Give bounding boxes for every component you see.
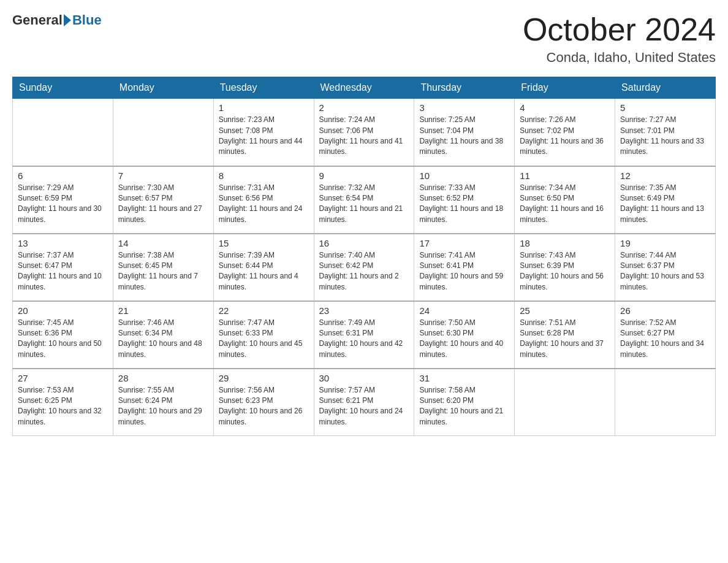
day-info: Sunrise: 7:52 AMSunset: 6:27 PMDaylight:… xyxy=(620,318,710,361)
table-row: 13Sunrise: 7:37 AMSunset: 6:47 PMDayligh… xyxy=(13,234,113,301)
table-row: 12Sunrise: 7:35 AMSunset: 6:49 PMDayligh… xyxy=(615,166,716,234)
day-number: 25 xyxy=(520,305,610,316)
table-row: 25Sunrise: 7:51 AMSunset: 6:28 PMDayligh… xyxy=(515,301,615,369)
table-row: 28Sunrise: 7:55 AMSunset: 6:24 PMDayligh… xyxy=(113,369,213,436)
table-row: 9Sunrise: 7:32 AMSunset: 6:54 PMDaylight… xyxy=(314,166,414,234)
day-number: 12 xyxy=(620,170,710,181)
day-number: 17 xyxy=(419,238,509,248)
table-row: 2Sunrise: 7:24 AMSunset: 7:06 PMDaylight… xyxy=(314,99,414,166)
day-info: Sunrise: 7:58 AMSunset: 6:20 PMDaylight:… xyxy=(419,385,509,428)
day-info: Sunrise: 7:56 AMSunset: 6:23 PMDaylight:… xyxy=(219,385,309,428)
day-number: 6 xyxy=(18,170,108,181)
day-number: 1 xyxy=(219,102,309,113)
day-number: 19 xyxy=(620,238,710,248)
calendar-week-row: 13Sunrise: 7:37 AMSunset: 6:47 PMDayligh… xyxy=(13,234,716,301)
table-row: 20Sunrise: 7:45 AMSunset: 6:36 PMDayligh… xyxy=(13,301,113,369)
day-info: Sunrise: 7:35 AMSunset: 6:49 PMDaylight:… xyxy=(620,183,710,226)
day-info: Sunrise: 7:41 AMSunset: 6:41 PMDaylight:… xyxy=(419,250,509,293)
day-number: 10 xyxy=(419,170,509,181)
day-number: 22 xyxy=(219,305,309,316)
header-wednesday: Wednesday xyxy=(314,77,414,99)
table-row xyxy=(615,369,716,436)
day-info: Sunrise: 7:38 AMSunset: 6:45 PMDaylight:… xyxy=(118,250,208,293)
day-info: Sunrise: 7:31 AMSunset: 6:56 PMDaylight:… xyxy=(219,183,309,226)
day-info: Sunrise: 7:47 AMSunset: 6:33 PMDaylight:… xyxy=(219,318,309,361)
location-subtitle: Conda, Idaho, United States xyxy=(523,50,716,66)
table-row xyxy=(113,99,213,166)
day-number: 7 xyxy=(118,170,208,181)
calendar-week-row: 20Sunrise: 7:45 AMSunset: 6:36 PMDayligh… xyxy=(13,301,716,369)
header-monday: Monday xyxy=(113,77,213,99)
table-row: 11Sunrise: 7:34 AMSunset: 6:50 PMDayligh… xyxy=(515,166,615,234)
table-row: 27Sunrise: 7:53 AMSunset: 6:25 PMDayligh… xyxy=(13,369,113,436)
header-thursday: Thursday xyxy=(414,77,515,99)
table-row: 21Sunrise: 7:46 AMSunset: 6:34 PMDayligh… xyxy=(113,301,213,369)
header-sunday: Sunday xyxy=(13,77,113,99)
day-info: Sunrise: 7:33 AMSunset: 6:52 PMDaylight:… xyxy=(419,183,509,226)
table-row: 6Sunrise: 7:29 AMSunset: 6:59 PMDaylight… xyxy=(13,166,113,234)
table-row: 4Sunrise: 7:26 AMSunset: 7:02 PMDaylight… xyxy=(515,99,615,166)
day-number: 14 xyxy=(118,238,208,248)
table-row: 14Sunrise: 7:38 AMSunset: 6:45 PMDayligh… xyxy=(113,234,213,301)
table-row: 30Sunrise: 7:57 AMSunset: 6:21 PMDayligh… xyxy=(314,369,414,436)
day-number: 30 xyxy=(319,373,409,383)
day-info: Sunrise: 7:53 AMSunset: 6:25 PMDaylight:… xyxy=(18,385,108,428)
table-row: 18Sunrise: 7:43 AMSunset: 6:39 PMDayligh… xyxy=(515,234,615,301)
day-number: 9 xyxy=(319,170,409,181)
logo-arrow-icon xyxy=(64,14,71,26)
table-row: 22Sunrise: 7:47 AMSunset: 6:33 PMDayligh… xyxy=(213,301,314,369)
day-info: Sunrise: 7:39 AMSunset: 6:44 PMDaylight:… xyxy=(219,250,309,293)
day-info: Sunrise: 7:23 AMSunset: 7:08 PMDaylight:… xyxy=(219,115,309,158)
day-info: Sunrise: 7:43 AMSunset: 6:39 PMDaylight:… xyxy=(520,250,610,293)
day-info: Sunrise: 7:30 AMSunset: 6:57 PMDaylight:… xyxy=(118,183,208,226)
day-number: 29 xyxy=(219,373,309,383)
table-row: 26Sunrise: 7:52 AMSunset: 6:27 PMDayligh… xyxy=(615,301,716,369)
table-row xyxy=(13,99,113,166)
day-info: Sunrise: 7:49 AMSunset: 6:31 PMDaylight:… xyxy=(319,318,409,361)
table-row: 1Sunrise: 7:23 AMSunset: 7:08 PMDaylight… xyxy=(213,99,314,166)
table-row: 7Sunrise: 7:30 AMSunset: 6:57 PMDaylight… xyxy=(113,166,213,234)
day-info: Sunrise: 7:32 AMSunset: 6:54 PMDaylight:… xyxy=(319,183,409,226)
header-saturday: Saturday xyxy=(615,77,716,99)
day-number: 5 xyxy=(620,102,710,113)
day-number: 8 xyxy=(219,170,309,181)
logo-general-text: General xyxy=(12,12,63,28)
day-number: 3 xyxy=(419,102,509,113)
day-number: 18 xyxy=(520,238,610,248)
header: General Blue October 2024 Conda, Idaho, … xyxy=(12,12,716,66)
day-number: 4 xyxy=(520,102,610,113)
day-info: Sunrise: 7:29 AMSunset: 6:59 PMDaylight:… xyxy=(18,183,108,226)
day-number: 20 xyxy=(18,305,108,316)
day-info: Sunrise: 7:55 AMSunset: 6:24 PMDaylight:… xyxy=(118,385,208,428)
day-info: Sunrise: 7:40 AMSunset: 6:42 PMDaylight:… xyxy=(319,250,409,293)
calendar-week-row: 6Sunrise: 7:29 AMSunset: 6:59 PMDaylight… xyxy=(13,166,716,234)
table-row: 16Sunrise: 7:40 AMSunset: 6:42 PMDayligh… xyxy=(314,234,414,301)
table-row: 8Sunrise: 7:31 AMSunset: 6:56 PMDaylight… xyxy=(213,166,314,234)
day-number: 21 xyxy=(118,305,208,316)
header-friday: Friday xyxy=(515,77,615,99)
table-row: 31Sunrise: 7:58 AMSunset: 6:20 PMDayligh… xyxy=(414,369,515,436)
day-number: 27 xyxy=(18,373,108,383)
day-info: Sunrise: 7:46 AMSunset: 6:34 PMDaylight:… xyxy=(118,318,208,361)
day-info: Sunrise: 7:57 AMSunset: 6:21 PMDaylight:… xyxy=(319,385,409,428)
table-row: 17Sunrise: 7:41 AMSunset: 6:41 PMDayligh… xyxy=(414,234,515,301)
day-info: Sunrise: 7:44 AMSunset: 6:37 PMDaylight:… xyxy=(620,250,710,293)
table-row: 10Sunrise: 7:33 AMSunset: 6:52 PMDayligh… xyxy=(414,166,515,234)
table-row: 19Sunrise: 7:44 AMSunset: 6:37 PMDayligh… xyxy=(615,234,716,301)
day-number: 2 xyxy=(319,102,409,113)
day-number: 28 xyxy=(118,373,208,383)
day-number: 16 xyxy=(319,238,409,248)
table-row xyxy=(515,369,615,436)
day-info: Sunrise: 7:34 AMSunset: 6:50 PMDaylight:… xyxy=(520,183,610,226)
calendar-table: Sunday Monday Tuesday Wednesday Thursday… xyxy=(12,77,716,436)
day-info: Sunrise: 7:37 AMSunset: 6:47 PMDaylight:… xyxy=(18,250,108,293)
table-row: 5Sunrise: 7:27 AMSunset: 7:01 PMDaylight… xyxy=(615,99,716,166)
day-info: Sunrise: 7:45 AMSunset: 6:36 PMDaylight:… xyxy=(18,318,108,361)
day-number: 11 xyxy=(520,170,610,181)
logo-blue-text: Blue xyxy=(72,12,102,28)
month-year-title: October 2024 xyxy=(523,12,716,47)
day-info: Sunrise: 7:26 AMSunset: 7:02 PMDaylight:… xyxy=(520,115,610,158)
table-row: 23Sunrise: 7:49 AMSunset: 6:31 PMDayligh… xyxy=(314,301,414,369)
table-row: 3Sunrise: 7:25 AMSunset: 7:04 PMDaylight… xyxy=(414,99,515,166)
calendar-week-row: 1Sunrise: 7:23 AMSunset: 7:08 PMDaylight… xyxy=(13,99,716,166)
